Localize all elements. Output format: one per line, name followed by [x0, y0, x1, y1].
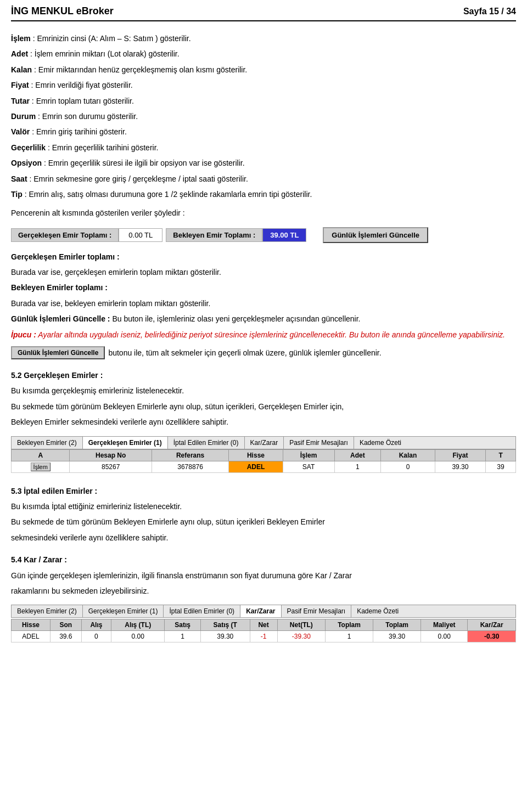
tab2-gerceklesen-emirler[interactable]: Gerçekleşen Emirler (1) — [83, 605, 164, 617]
tab-bekleyen-emirler[interactable]: Bekleyen Emirler (2) — [12, 437, 83, 449]
section-53: 5.3 İptal edilen Emirler : Bu kısımda İp… — [11, 485, 516, 544]
frow-satis: 1 — [165, 631, 200, 642]
section-54-title: 5.4 Kar / Zarar : — [11, 554, 516, 566]
frow-alis-tl: 0.00 — [111, 631, 165, 642]
gerceklesen-label: Gerçekleşen Emir Toplamı : — [11, 228, 119, 242]
fcol-net: Net — [250, 619, 277, 631]
section-53-title: 5.3 İptal edilen Emirler : — [11, 485, 516, 497]
frow-net-tl: -39.30 — [277, 631, 325, 642]
intro-line-2: Adet : İşlem emrinin miktarı (Lot olarak… — [11, 48, 516, 60]
fcol-toplam1: Toplam — [326, 619, 373, 631]
gerceklesen-title: Gerçekleşen Emirler toplamı : — [11, 251, 516, 263]
tab-kar-zarar-1[interactable]: Kar/Zarar — [245, 437, 284, 449]
section-53-line1: Bu kısımda İptal ettiğiniz emirleriniz l… — [11, 500, 516, 512]
fcol-alis-tl: Alış (TL) — [111, 619, 165, 631]
intro-line-7: Valör : Emrin giriş tarihini gösterir. — [11, 126, 516, 138]
guncelle-section: Günlük İşlemleri Güncelle : Bu buton ile… — [11, 313, 516, 325]
col-islem: İşlem — [283, 449, 334, 461]
intro-line-5: Tutar : Emrin toplam tutarı gösterilir. — [11, 95, 516, 107]
col-referans: Referans — [152, 449, 228, 461]
intro-line-10: Saat : Emrin sekmesine gore giriş / gerç… — [11, 173, 516, 185]
guncelle-inline-button[interactable]: Günlük İşlemleri Güncelle — [11, 346, 105, 359]
intro-line-4: Fiyat : Emrin verildiği fiyat gösterilir… — [11, 79, 516, 91]
col-fiyat: Fiyat — [435, 449, 485, 461]
fcol-son: Son — [50, 619, 81, 631]
tabs-row-1: Bekleyen Emirler (2) Gerçekleşen Emirler… — [11, 436, 516, 449]
tab2-kar-zarar[interactable]: Kar/Zarar — [240, 605, 281, 617]
guncelle-inline: Günlük İşlemleri Güncelle butonu ile, tü… — [11, 346, 516, 359]
tab2-pasif-mesajlar[interactable]: Pasif Emir Mesajları — [282, 605, 352, 617]
fcol-toplam2: Toplam — [373, 619, 421, 631]
tab-iptal-emirler[interactable]: İptal Edilen Emirler (0) — [168, 437, 245, 449]
tab2-kademe-ozeti[interactable]: Kademe Özeti — [351, 605, 404, 617]
col-hesap: Hesap No — [70, 449, 152, 461]
cell-islem: SAT — [283, 461, 334, 472]
bekleyen-title: Bekleyen Emirler toplamı : — [11, 281, 516, 294]
cell-kalan: 0 — [381, 461, 435, 472]
bekleyen-label: Bekleyen Emir Toplamı : — [166, 228, 262, 242]
ipucu-text: İpucu : Ayarlar altında uyguladı iseniz,… — [11, 329, 516, 341]
col-t: T — [486, 449, 516, 461]
cell-fiyat: 39.30 — [435, 461, 485, 472]
fcol-hisse: Hisse — [12, 619, 51, 631]
frow-satis-t: 39.30 — [200, 631, 250, 642]
app-title: İNG MENKUL eBroker — [11, 5, 114, 17]
intro-line-6: Durum : Emrin son durumu gösterilir. — [11, 110, 516, 122]
section-54: 5.4 Kar / Zarar : Gün içinde gerçekleşen… — [11, 554, 516, 597]
cell-hisse: ADEL — [229, 461, 283, 472]
gerceklesen-desc: Burada var ise, gerçekleşen emirlerin to… — [11, 266, 516, 278]
info-box: Gerçekleşen Emir Toplamı : 0.00 TL Bekle… — [11, 227, 516, 243]
tabs-row-2: Bekleyen Emirler (2) Gerçekleşen Emirler… — [11, 605, 516, 618]
col-a: A — [12, 449, 70, 461]
bekleyen-desc: Burada var ise, bekleyen emirlerin topla… — [11, 297, 516, 309]
section-53-line2: Bu sekmede de tüm görünüm Bekleyen Emirl… — [11, 516, 516, 528]
section-53-line3: sekmesindeki verilerle aynı özelliklere … — [11, 532, 516, 544]
fcol-kar-zar: Kar/Zar — [468, 619, 516, 631]
tab-kademe-ozeti-1[interactable]: Kademe Özeti — [354, 437, 407, 449]
islem-button[interactable]: İşlem — [31, 463, 51, 471]
fcol-maliyet: Maliyet — [421, 619, 468, 631]
gerceklesen-value: 0.00 TL — [119, 228, 162, 242]
section-54-line2: rakamlarını bu sekmeden izleyebilirsiniz… — [11, 585, 516, 597]
frow-hisse: ADEL — [12, 631, 51, 642]
section-52-line2: Bu sekmede tüm görünüm Bekleyen Emirlerl… — [11, 401, 516, 413]
fcol-alis: Alış — [81, 619, 111, 631]
cell-t: 39 — [486, 461, 516, 472]
tab-gerceklesen-emirler[interactable]: Gerçekleşen Emirler (1) — [83, 437, 168, 449]
cell-adet: 1 — [334, 461, 381, 472]
tab-pasif-mesajlar-1[interactable]: Pasif Emir Mesajları — [284, 437, 354, 449]
section-52-title: 5.2 Gerçekleşen Emirler : — [11, 369, 516, 381]
pencerenin-text: Pencerenin alt kısmında gösterilen veril… — [11, 207, 516, 219]
page-header: İNG MENKUL eBroker Sayfa 15 / 34 — [11, 5, 516, 21]
section-52-line1: Bu kısımda gerçekleşmiş emirleriniz list… — [11, 385, 516, 397]
col-kalan: Kalan — [381, 449, 435, 461]
frow-net: -1 — [250, 631, 277, 642]
frow-toplam2: 39.30 — [373, 631, 421, 642]
section-52: 5.2 Gerçekleşen Emirler : Bu kısımda ger… — [11, 369, 516, 428]
intro-line-3: Kalan : Emir miktarından henüz gerçekleş… — [11, 64, 516, 76]
col-hisse: Hisse — [229, 449, 283, 461]
emirler-table-1: A Hesap No Referans Hisse İşlem Adet Kal… — [11, 449, 516, 473]
tab2-iptal-emirler[interactable]: İptal Edilen Emirler (0) — [164, 605, 240, 617]
guncelle-button[interactable]: Günlük İşlemleri Güncelle — [323, 227, 428, 243]
bekleyen-value: 39.00 TL — [262, 228, 306, 242]
intro-line-11: Tip : Emrin alış, satış olması durumuna … — [11, 188, 516, 200]
table-row: İşlem 85267 3678876 ADEL SAT 1 0 39.30 3… — [12, 461, 516, 472]
frow-toplam1: 1 — [326, 631, 373, 642]
intro-line-9: Opsiyon : Emrin geçerlilik süresi ile il… — [11, 157, 516, 169]
intro-line-1: İşlem : Emrinizin cinsi (A: Alım – S: Sa… — [11, 32, 516, 44]
section-54-line1: Gün içinde gerçekleşen işlemlerinizin, i… — [11, 569, 516, 582]
frow-maliyet: 0.00 — [421, 631, 468, 642]
col-adet: Adet — [334, 449, 381, 461]
frow-kar-zar: -0.30 — [468, 631, 516, 642]
intro-line-8: Geçerlilik : Emrin geçerlilik tarihini g… — [11, 142, 516, 154]
section-52-line3: Bekleyen Emirler sekmesindeki verilerle … — [11, 416, 516, 428]
cell-a: İşlem — [12, 461, 70, 472]
fcol-satis-t: Satış (T — [200, 619, 250, 631]
fcol-satis: Satış — [165, 619, 200, 631]
page-number: Sayfa 15 / 34 — [463, 7, 516, 16]
fcol-net-tl: Net(TL) — [277, 619, 325, 631]
tab2-bekleyen-emirler[interactable]: Bekleyen Emirler (2) — [12, 605, 83, 617]
kar-zarar-table: Hisse Son Alış Alış (TL) Satış Satış (T … — [11, 619, 516, 642]
frow-alis: 0 — [81, 631, 111, 642]
